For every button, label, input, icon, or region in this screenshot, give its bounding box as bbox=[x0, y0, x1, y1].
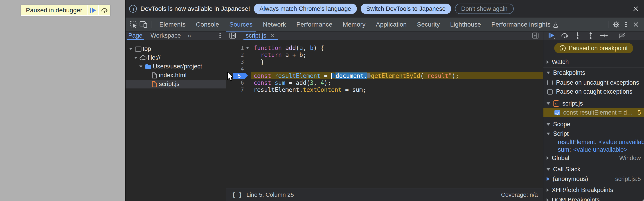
checkbox-row-pause-on-uncaught-exceptions[interactable]: Pause on uncaught exceptions bbox=[544, 78, 644, 87]
code-line-content[interactable]: return a + b; bbox=[251, 51, 543, 58]
checkbox[interactable] bbox=[547, 89, 553, 94]
code-line-content[interactable]: } bbox=[251, 58, 543, 65]
line-number[interactable]: 4 bbox=[226, 66, 244, 72]
call-stack-frame[interactable]: (anonymous)script.js:5 bbox=[544, 174, 644, 184]
close-tab-icon[interactable] bbox=[270, 33, 276, 38]
collapse-arrow-icon[interactable] bbox=[546, 72, 550, 74]
deactivate-breakpoints-icon[interactable] bbox=[618, 32, 626, 40]
tree-item-script-js[interactable]: script.js bbox=[126, 80, 226, 88]
infobar-close-button[interactable] bbox=[632, 4, 640, 13]
expand-arrow-icon[interactable] bbox=[546, 156, 549, 160]
tab-page[interactable]: Page bbox=[126, 32, 144, 40]
expand-arrow-icon[interactable] bbox=[138, 65, 144, 68]
code-line-4[interactable]: 4 bbox=[226, 65, 543, 72]
tab-workspace[interactable]: Workspace bbox=[148, 32, 183, 40]
code-line-5[interactable]: 5const resultElement = document.getEleme… bbox=[226, 72, 543, 79]
resume-script-button[interactable] bbox=[548, 32, 556, 40]
navigator-more-options-button[interactable] bbox=[217, 32, 223, 39]
section-call-stack[interactable]: Call Stack bbox=[544, 165, 644, 174]
expand-arrow-icon[interactable] bbox=[546, 188, 549, 192]
code-line-content[interactable] bbox=[251, 65, 543, 72]
line-number[interactable]: 7 bbox=[226, 87, 244, 93]
code-token: ( bbox=[296, 44, 300, 51]
breakpoint-group-scriptjs[interactable]: ‹›script.js bbox=[544, 99, 644, 108]
format-braces-icon[interactable]: { } bbox=[232, 191, 242, 198]
checkbox[interactable] bbox=[547, 80, 553, 85]
section-xhr-fetch-breakpoints[interactable]: XHR/fetch Breakpoints bbox=[544, 185, 644, 195]
step-over-button[interactable] bbox=[99, 5, 110, 15]
step-into-icon[interactable] bbox=[574, 32, 582, 40]
code-line-2[interactable]: 2 return a + b; bbox=[226, 51, 543, 58]
code-line-7[interactable]: 7resultElement.textContent = sum; bbox=[226, 86, 543, 93]
tab-performance-insights[interactable]: Performance insights bbox=[486, 18, 564, 32]
tree-item-index-html[interactable]: index.html bbox=[126, 71, 226, 80]
section-title: Watch bbox=[552, 58, 569, 66]
scope-variable-resultelement[interactable]: resultElement:<value unavailable> bbox=[544, 138, 644, 146]
fold-arrow-icon[interactable] bbox=[244, 47, 251, 49]
code-line-content[interactable]: function add(a, b) { bbox=[251, 44, 543, 51]
collapse-arrow-icon[interactable] bbox=[546, 132, 550, 135]
tab-lighthouse[interactable]: Lighthouse bbox=[445, 18, 486, 32]
editor-pane: script.js 1function add(a, b) {2 return … bbox=[226, 32, 544, 201]
scope-group-script[interactable]: Script bbox=[544, 129, 644, 138]
step-icon[interactable] bbox=[600, 32, 608, 40]
breakpoint-entry[interactable]: const resultElement = doc⋯5 bbox=[544, 108, 644, 117]
code-line-3[interactable]: 3 } bbox=[226, 58, 543, 65]
line-number[interactable]: 1 bbox=[226, 45, 244, 51]
tab-memory[interactable]: Memory bbox=[338, 18, 370, 32]
checkbox-row-pause-on-caught-exceptions[interactable]: Pause on caught exceptions bbox=[544, 87, 644, 96]
more-options-button[interactable] bbox=[621, 20, 631, 30]
hide-debugger-sidebar-button[interactable] bbox=[532, 32, 539, 40]
expand-arrow-icon[interactable] bbox=[546, 198, 549, 201]
expand-arrow-icon[interactable] bbox=[546, 60, 549, 64]
breakpoint-badge[interactable]: 5 bbox=[233, 73, 248, 79]
match-chrome-language-button[interactable]: Always match Chrome's language bbox=[254, 4, 357, 14]
code-line-1[interactable]: 1function add(a, b) { bbox=[226, 44, 543, 51]
device-toolbar-button[interactable] bbox=[138, 20, 148, 30]
inspect-element-button[interactable] bbox=[129, 20, 138, 30]
tab-elements[interactable]: Elements bbox=[154, 18, 191, 32]
settings-button[interactable] bbox=[611, 20, 621, 30]
tree-item-users-user-project[interactable]: Users/user/project bbox=[126, 62, 226, 71]
continue-to-here-marker[interactable] bbox=[332, 73, 336, 78]
code-line-6[interactable]: 6const sum = add(3, 4); bbox=[226, 79, 543, 86]
section-watch[interactable]: Watch bbox=[544, 56, 644, 68]
expand-arrow-icon[interactable] bbox=[128, 48, 134, 50]
code-token: document. bbox=[336, 72, 367, 79]
collapse-arrow-icon[interactable] bbox=[546, 168, 550, 170]
hide-navigator-button[interactable] bbox=[228, 30, 238, 40]
section-dom-breakpoints[interactable]: DOM Breakpoints bbox=[544, 195, 644, 201]
switch-devtools-japanese-button[interactable]: Switch DevTools to Japanese bbox=[361, 4, 452, 14]
section-breakpoints[interactable]: Breakpoints bbox=[544, 68, 644, 78]
editor-tab-scriptjs[interactable]: script.js bbox=[244, 32, 277, 40]
code-line-content[interactable]: resultElement.textContent = sum; bbox=[251, 86, 543, 93]
collapse-arrow-icon[interactable] bbox=[546, 102, 550, 105]
tab-sources[interactable]: Sources bbox=[224, 18, 258, 32]
continue-to-here-marker[interactable] bbox=[367, 73, 371, 78]
tab-console[interactable]: Console bbox=[191, 18, 224, 32]
collapse-arrow-icon[interactable] bbox=[546, 123, 550, 126]
more-tabs-chevron-icon[interactable]: » bbox=[188, 32, 191, 40]
breakpoint-checkbox[interactable] bbox=[554, 110, 560, 115]
line-number[interactable]: 2 bbox=[226, 52, 244, 58]
tab-security[interactable]: Security bbox=[412, 18, 445, 32]
expand-arrow-icon[interactable] bbox=[133, 56, 138, 59]
code-line-content[interactable]: const resultElement = document.getElemen… bbox=[251, 72, 543, 79]
code-editor[interactable]: 1function add(a, b) {2 return a + b;3 }4… bbox=[226, 40, 543, 188]
section-scope[interactable]: Scope bbox=[544, 120, 644, 129]
tree-item-top[interactable]: top bbox=[126, 44, 226, 53]
section-title: Call Stack bbox=[553, 166, 580, 173]
code-line-content[interactable]: const sum = add(3, 4); bbox=[251, 79, 543, 86]
step-over-icon[interactable] bbox=[560, 32, 568, 40]
line-number[interactable]: 3 bbox=[226, 59, 244, 65]
resume-script-button[interactable] bbox=[88, 5, 98, 15]
tree-item-file-[interactable]: file:// bbox=[126, 53, 226, 62]
tab-application[interactable]: Application bbox=[370, 18, 412, 32]
tab-performance[interactable]: Performance bbox=[291, 18, 338, 32]
dont-show-again-button[interactable]: Don't show again bbox=[455, 4, 514, 14]
scope-variable-sum[interactable]: sum:<value unavailable> bbox=[544, 146, 644, 154]
scope-group-global[interactable]: GlobalWindow bbox=[544, 154, 644, 162]
tab-network[interactable]: Network bbox=[258, 18, 291, 32]
step-out-icon[interactable] bbox=[586, 32, 595, 40]
close-devtools-button[interactable] bbox=[631, 20, 641, 30]
